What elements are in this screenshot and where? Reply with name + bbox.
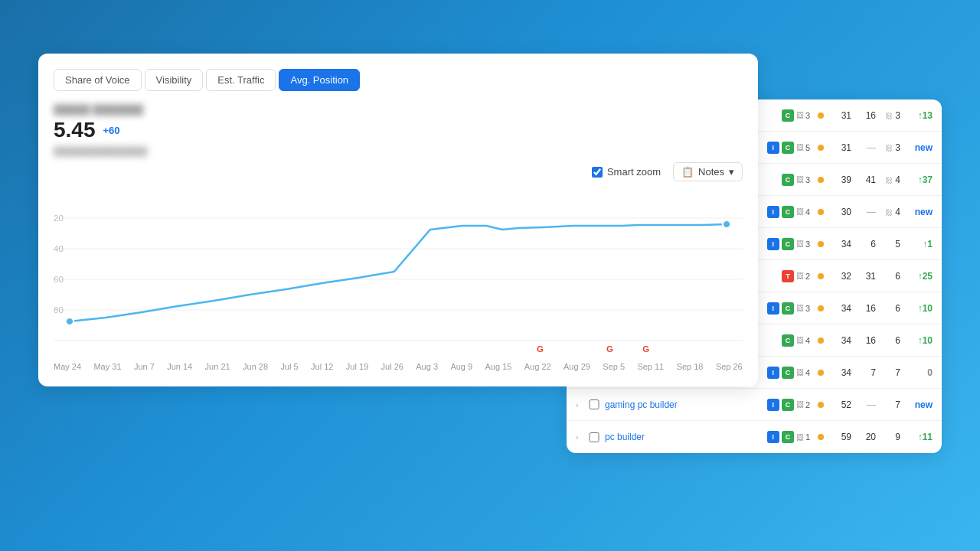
row-badges: C 🖼 4 (782, 334, 810, 347)
prev-value: 16 (851, 335, 876, 346)
svg-text:G: G (537, 344, 544, 354)
status-dot (818, 112, 824, 119)
links-value: 6 (876, 271, 900, 282)
table-row[interactable]: › gaming pc builder I C 🖼 2 52 — 7 new (567, 389, 942, 421)
x-axis: May 24 May 31 Jun 7 Jun 14 Jun 21 Jun 28… (54, 359, 743, 371)
row-badges: I C 🖼 4 (767, 206, 810, 218)
row-badges: I C 🖼 3 (767, 238, 810, 250)
position-value: 32 (827, 271, 851, 282)
row-badges: I C 🖼 4 (767, 367, 810, 379)
svg-text:20: 20 (54, 214, 64, 223)
pages-count: 🖼 3 (796, 304, 810, 313)
smart-zoom-label: Smart zoom (607, 166, 661, 178)
x-label: May 24 (54, 362, 81, 371)
pages-count: 🖼 4 (796, 368, 810, 377)
badge-t: T (782, 270, 794, 282)
badge-i: I (767, 367, 779, 379)
chart-header: ▓▓▓▓▓ ▓▓▓▓▓▓▓ 5.45 +60 ▓▓▓▓▓▓▓▓▓▓▓▓▓▓ (54, 103, 743, 156)
row-badges: I C 🖼 1 (767, 431, 810, 443)
position-value: 31 (827, 110, 851, 121)
status-dot (818, 337, 824, 344)
change-value: ↑10 (900, 335, 933, 346)
position-value: 39 (827, 174, 851, 185)
row-checkbox[interactable] (588, 399, 600, 409)
badge-c: C (782, 367, 794, 379)
status-dot (818, 177, 824, 183)
row-badges: C 🖼 3 (782, 174, 810, 186)
expand-icon[interactable]: › (576, 400, 588, 409)
pages-count: 🖼 1 (796, 432, 810, 442)
links-value: 6 (876, 335, 900, 346)
chevron-down-icon: ▾ (729, 166, 734, 178)
x-label: Jul 5 (280, 362, 298, 371)
pages-count: 🖼 2 (796, 272, 810, 281)
change-value: 0 (900, 367, 933, 378)
notes-label: Notes (698, 166, 724, 178)
tab-est-traffic[interactable]: Est. Traffic (206, 69, 276, 91)
prev-value: 7 (851, 367, 876, 378)
x-label: Jul 19 (346, 362, 368, 371)
chart-svg: 20 40 60 80 G G G (54, 187, 743, 356)
table-row[interactable]: › pc builder I C 🖼 1 59 20 9 ↑11 (567, 421, 942, 453)
badge-i: I (767, 302, 779, 315)
svg-text:G: G (606, 344, 613, 354)
change-value: new (900, 142, 933, 153)
x-label: Jul 12 (311, 362, 333, 371)
row-badges: I C 🖼 2 (767, 399, 810, 411)
smart-zoom-checkbox[interactable] (592, 167, 603, 178)
pages-count: 🖼 3 (796, 111, 810, 120)
position-value: 30 (827, 207, 851, 217)
x-label: Aug 22 (524, 362, 551, 371)
notes-button[interactable]: 📋 Notes ▾ (673, 162, 743, 181)
change-value: ↑1 (900, 239, 933, 249)
row-checkbox[interactable] (588, 432, 600, 442)
svg-point-9 (723, 220, 730, 228)
row-badges: T 🖼 2 (782, 270, 810, 282)
x-label: Aug 15 (485, 362, 512, 371)
x-label: Jun 21 (205, 362, 230, 371)
position-value: 31 (827, 142, 851, 153)
x-label: Jun 28 (243, 362, 268, 371)
links-value: 7 (876, 367, 900, 378)
status-dot (818, 209, 824, 215)
note-icon: 📋 (681, 166, 694, 178)
row-badges: I C 🖼 5 (767, 142, 810, 154)
pages-count: 🖼 2 (796, 400, 810, 409)
change-value: ↑10 (900, 303, 933, 314)
links-value: ⛓ 4 (876, 207, 900, 217)
row-badges: C 🖼 3 (782, 109, 810, 122)
prev-value: 31 (851, 271, 876, 282)
links-value: 9 (876, 432, 900, 442)
chart-tabs: Share of Voice Visibility Est. Traffic A… (54, 69, 743, 91)
tab-avg-position[interactable]: Avg. Position (279, 69, 360, 91)
badge-c: C (782, 399, 794, 411)
position-value: 34 (827, 303, 851, 314)
badge-i: I (767, 399, 779, 411)
expand-icon[interactable]: › (576, 432, 588, 442)
tab-share-of-voice[interactable]: Share of Voice (54, 69, 142, 91)
keyword-text: gaming pc builder (605, 399, 763, 410)
tab-visibility[interactable]: Visibility (145, 69, 204, 91)
badge-i: I (767, 238, 779, 250)
x-label: Aug 3 (416, 362, 438, 371)
position-value: 59 (827, 432, 851, 442)
pages-count: 🖼 3 (796, 175, 810, 184)
status-dot (818, 370, 824, 376)
x-label: Sep 26 (716, 362, 743, 371)
badge-i: I (767, 142, 779, 154)
status-dot (818, 305, 824, 311)
x-label: Aug 29 (564, 362, 590, 371)
prev-value: 20 (851, 432, 876, 442)
x-label: Sep 5 (603, 362, 625, 371)
status-dot (818, 402, 824, 408)
badge-c: C (782, 206, 794, 218)
change-value: ↑37 (900, 174, 933, 185)
badge-c: C (782, 174, 794, 186)
badge-i: I (767, 431, 779, 443)
status-dot (818, 145, 824, 151)
prev-value: 6 (851, 239, 876, 249)
change-value: ↑25 (900, 271, 933, 282)
badge-c: C (782, 431, 794, 443)
badge-c: C (782, 109, 794, 122)
smart-zoom-control[interactable]: Smart zoom (592, 166, 661, 178)
